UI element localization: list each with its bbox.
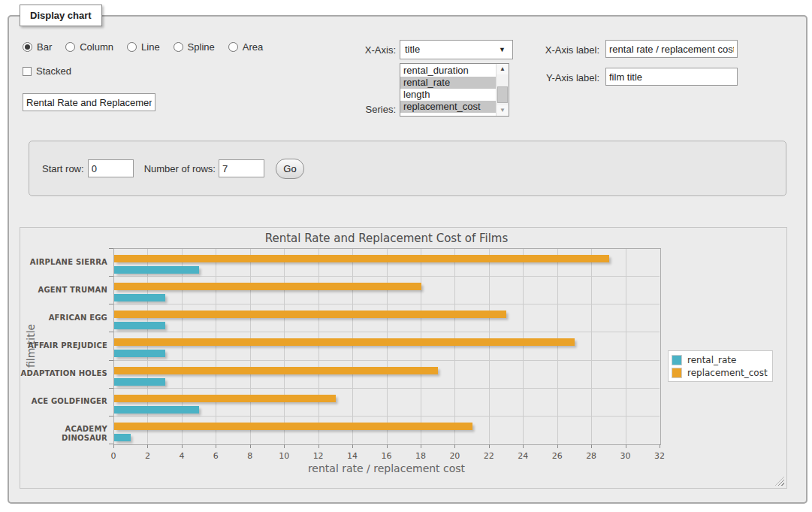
scroll-down-icon[interactable]: ▼ (497, 105, 509, 116)
x-tick (352, 444, 353, 448)
x-tick (113, 444, 114, 448)
category-label: AIRPLANE SIERRA (20, 258, 107, 267)
chart-type-radio-bar[interactable]: Bar (23, 41, 52, 53)
y-axis-label-input[interactable] (605, 68, 738, 86)
bar-replacement_cost-agent-truman (114, 283, 421, 290)
category-tick (109, 304, 113, 304)
radio-icon[interactable] (174, 42, 183, 52)
radio-icon[interactable] (127, 42, 137, 52)
x-tick (216, 444, 216, 448)
legend-item-rental_rate: rental_rate (672, 353, 768, 366)
series-option-rental_duration[interactable]: rental_duration (400, 65, 496, 77)
bar-replacement_cost-airplane-sierra (114, 255, 609, 262)
category-label: ACADEMY DINOSAUR (20, 425, 107, 443)
category-label: AFFAIR PREJUDICE (20, 341, 107, 350)
page: Display chart BarColumnLineSplineArea St… (0, 0, 812, 512)
panel-title: Display chart (20, 5, 102, 26)
start-row-label: Start row: (42, 163, 84, 174)
x-tick-label: 28 (576, 451, 606, 461)
x-tick (523, 444, 524, 448)
x-tick-label: 20 (439, 451, 469, 461)
legend-label: rental_rate (687, 355, 736, 365)
category-tick (109, 416, 113, 417)
x-axis-label-label: X-Axis label: (526, 44, 599, 56)
bar-rental_rate-airplane-sierra (114, 266, 199, 274)
radio-label: Area (243, 41, 263, 53)
x-axis-label-input[interactable] (605, 40, 738, 58)
x-axis-title: rental rate / replacement cost (113, 462, 660, 474)
bar-rental_rate-agent-truman (114, 294, 165, 301)
chart-type-radio-area[interactable]: Area (228, 41, 263, 53)
category-label: ACE GOLDFINGER (20, 397, 107, 406)
x-tick-label: 4 (167, 451, 197, 461)
bar-rental_rate-affair-prejudice (114, 350, 165, 357)
series-option-length[interactable]: length (400, 89, 496, 101)
bar-rental_rate-african-egg (114, 322, 165, 329)
bar-replacement_cost-affair-prejudice (114, 338, 575, 346)
x-tick (387, 444, 388, 448)
chart-type-radio-column[interactable]: Column (65, 41, 113, 53)
row-range-panel: Start row: Number of rows: Go (29, 141, 786, 196)
radio-icon[interactable] (23, 42, 32, 52)
scrollbar-thumb[interactable] (497, 86, 508, 103)
x-tick-label: 10 (269, 451, 299, 461)
stacked-label: Stacked (36, 65, 71, 77)
chart-title-input[interactable] (23, 93, 155, 111)
x-tick (626, 444, 626, 448)
legend-label: replacement_cost (687, 368, 768, 378)
x-tick-label: 14 (337, 451, 367, 461)
scroll-up-icon[interactable]: ▲ (497, 64, 509, 74)
bar-replacement_cost-academy-dinosaur (114, 423, 472, 430)
stacked-option[interactable]: Stacked (23, 65, 71, 77)
radio-label: Line (141, 41, 160, 53)
go-button[interactable]: Go (276, 159, 304, 179)
radio-icon[interactable] (65, 42, 75, 52)
x-tick-label: 6 (201, 451, 231, 461)
x-tick (250, 444, 251, 448)
x-tick-label: 18 (406, 451, 436, 461)
chevron-down-icon: ▼ (499, 41, 506, 59)
num-rows-label: Number of rows: (144, 163, 216, 174)
bar-rental_rate-academy-dinosaur (114, 434, 131, 441)
num-rows-input[interactable] (219, 159, 264, 177)
category-label: ADAPTATION HOLES (20, 369, 107, 378)
x-tick-label: 16 (372, 451, 402, 461)
legend-swatch-replacement_cost (672, 368, 682, 378)
chart-type-radio-line[interactable]: Line (127, 41, 160, 53)
category-label: AGENT TRUMAN (20, 286, 107, 295)
stacked-checkbox[interactable] (23, 67, 32, 76)
x-tick-label: 26 (542, 451, 572, 461)
x-tick-label: 12 (303, 451, 334, 461)
x-tick-label: 2 (132, 451, 162, 461)
radio-label: Column (80, 41, 113, 53)
radio-icon[interactable] (228, 42, 238, 52)
chart-legend: rental_ratereplacement_cost (668, 350, 773, 382)
radio-label: Bar (37, 41, 52, 53)
x-tick (284, 444, 285, 448)
x-tick (182, 444, 183, 448)
chart-container: Rental Rate and Replacement Cost of Film… (20, 227, 787, 489)
category-label: AFRICAN EGG (20, 314, 107, 323)
start-row-input[interactable] (88, 159, 134, 177)
series-option-replacement_cost[interactable]: replacement_cost (400, 101, 496, 113)
series-listbox-label: Series: (331, 104, 396, 116)
category-tick (109, 360, 113, 361)
bar-rental_rate-adaptation-holes (114, 378, 165, 386)
x-tick-label: 22 (474, 451, 504, 461)
category-tick (109, 388, 113, 389)
x-axis-select[interactable]: title ▼ (400, 40, 513, 59)
series-listbox[interactable]: rental_durationrental_ratelengthreplacem… (400, 63, 509, 117)
category-tick (109, 248, 113, 249)
x-tick (591, 444, 592, 448)
x-tick (489, 444, 490, 448)
radio-label: Spline (188, 41, 215, 53)
x-tick-label: 30 (611, 451, 641, 461)
x-tick-label: 8 (235, 451, 265, 461)
series-listbox-scrollbar[interactable]: ▲ ▼ (496, 64, 509, 116)
chart-title: Rental Rate and Replacement Cost of Film… (113, 232, 660, 245)
series-option-rental_rate[interactable]: rental_rate (400, 77, 496, 89)
x-axis-select-label: X-Axis: (331, 44, 396, 56)
x-axis-selected-value: title (405, 44, 420, 55)
y-axis-label-label: Y-Axis label: (526, 72, 599, 84)
chart-type-radio-spline[interactable]: Spline (174, 41, 215, 53)
